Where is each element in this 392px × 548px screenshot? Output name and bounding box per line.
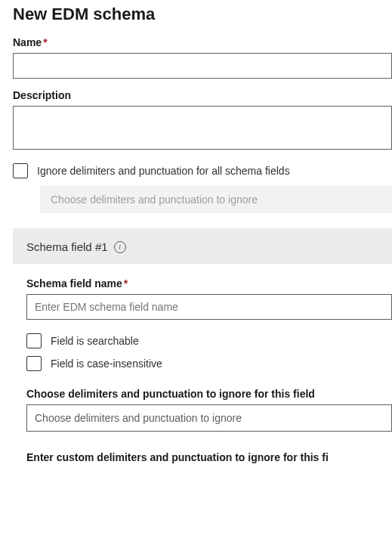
name-label: Name*	[13, 36, 392, 48]
schema-field-header: Schema field #1 i	[13, 228, 392, 264]
choose-ignore-placeholder: Choose delimiters and punctuation to ign…	[35, 412, 242, 424]
case-insensitive-checkbox[interactable]	[26, 356, 42, 371]
ignore-all-label: Ignore delimiters and punctuation for al…	[37, 165, 290, 177]
ignore-all-dropdown: Choose delimiters and punctuation to ign…	[40, 186, 392, 213]
choose-ignore-label: Choose delimiters and punctuation to ign…	[26, 388, 392, 400]
ignore-all-checkbox[interactable]	[13, 163, 28, 178]
description-label: Description	[13, 89, 392, 101]
schema-field-name-label: Schema field name*	[26, 277, 392, 289]
custom-ignore-label: Enter custom delimiters and punctuation …	[26, 451, 392, 463]
name-input[interactable]	[13, 53, 392, 79]
searchable-label: Field is searchable	[51, 335, 139, 347]
required-indicator: *	[124, 277, 128, 289]
info-icon[interactable]: i	[114, 241, 126, 253]
case-insensitive-label: Field is case-insensitive	[51, 358, 162, 370]
choose-ignore-dropdown[interactable]: Choose delimiters and punctuation to ign…	[26, 404, 392, 432]
schema-field-title: Schema field #1	[26, 240, 108, 253]
required-indicator: *	[43, 36, 47, 48]
page-title: New EDM schema	[13, 5, 392, 24]
searchable-checkbox[interactable]	[26, 333, 42, 348]
schema-field-name-input[interactable]	[26, 294, 392, 320]
description-input[interactable]	[13, 106, 392, 150]
